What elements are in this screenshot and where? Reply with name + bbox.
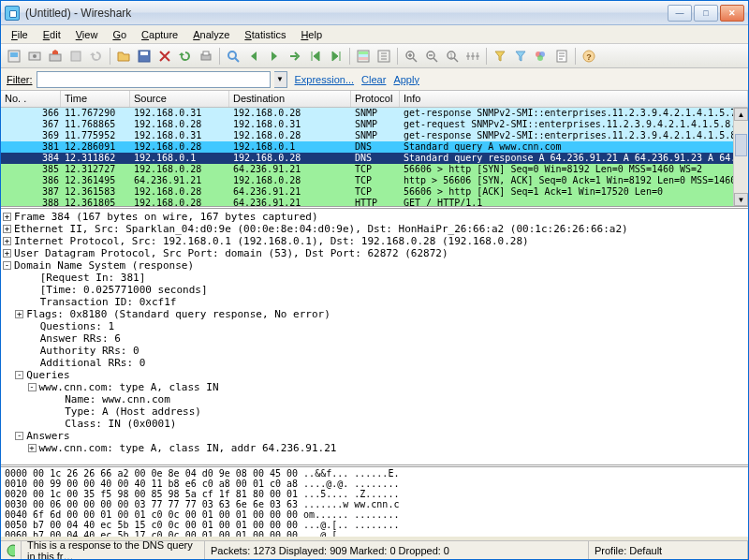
hex-line[interactable]: 0060 b7 00 04 40 ec 5b 17 c0 0c 00 01 00… [5,530,744,537]
detail-line[interactable]: Transaction ID: 0xcf1f [3,296,746,308]
detail-line[interactable]: Authority RRs: 0 [3,345,746,357]
zoom-reset-icon[interactable]: 1 [443,47,462,66]
col-destination[interactable]: Destination [229,91,351,107]
hex-line[interactable]: 0010 00 99 00 00 40 00 40 11 b8 e6 c0 a8… [5,479,744,489]
packet-row[interactable]: 36911.775952192.168.0.31192.168.0.28SNMP… [1,130,748,141]
detail-line[interactable]: Additional RRs: 0 [3,357,746,369]
packet-row[interactable]: 38712.361583192.168.0.2864.236.91.21TCP5… [1,186,748,198]
tree-toggle-icon[interactable]: - [3,261,11,270]
coloring-rules-icon[interactable] [532,47,551,66]
hex-line[interactable]: 0050 b7 00 04 40 ec 5b 15 c0 0c 00 01 00… [5,520,744,530]
stop-capture-icon[interactable] [66,47,85,66]
tree-toggle-icon[interactable]: - [15,371,23,379]
start-capture-icon[interactable] [46,47,65,66]
go-last-icon[interactable] [327,47,345,66]
detail-line[interactable]: +Frame 384 (167 bytes on wire, 167 bytes… [3,211,746,223]
detail-line[interactable]: +www.cnn.com: type A, class IN, addr 64.… [3,442,746,454]
detail-line[interactable]: Questions: 1 [3,320,746,332]
col-info[interactable]: Info [400,91,748,107]
packet-row[interactable]: 38412.311862192.168.0.1192.168.0.28DNSSt… [1,153,748,164]
packet-row[interactable]: 36711.768865192.168.0.28192.168.0.31SNMP… [1,119,748,130]
detail-line[interactable]: [Request In: 381] [3,272,746,284]
tree-toggle-icon[interactable]: + [28,444,37,452]
clear-link[interactable]: Clear [361,74,386,85]
go-back-icon[interactable] [244,47,263,66]
restart-capture-icon[interactable] [87,47,106,66]
reload-icon[interactable] [176,47,195,66]
zoom-out-icon[interactable] [422,47,441,66]
menu-help[interactable]: Help [294,27,329,42]
help-icon[interactable]: ? [580,47,598,66]
menu-go[interactable]: Go [106,27,133,42]
packet-row[interactable]: 38812.361805192.168.0.2864.236.91.21HTTP… [1,198,748,209]
find-icon[interactable] [224,47,242,66]
go-first-icon[interactable] [306,47,325,66]
filter-dropdown[interactable]: ▼ [274,71,287,88]
detail-line[interactable]: Name: www.cnn.com [3,393,746,405]
interfaces-icon[interactable] [5,47,23,66]
go-to-icon[interactable] [286,47,304,66]
tree-toggle-icon[interactable]: + [3,213,11,221]
tree-toggle-icon[interactable]: + [3,225,11,233]
packet-details[interactable]: +Frame 384 (167 bytes on wire, 167 bytes… [1,209,748,467]
hex-dump[interactable]: 0000 00 1c 26 26 66 a2 00 0e 8e 04 d0 9e… [1,467,748,537]
detail-line[interactable]: [Time: 0.025771000 seconds] [3,284,746,296]
detail-line[interactable]: +Flags: 0x8180 (Standard query response,… [3,308,746,320]
auto-scroll-icon[interactable] [374,47,393,66]
preferences-icon[interactable] [552,47,571,66]
detail-line[interactable]: +Internet Protocol, Src: 192.168.0.1 (19… [3,235,746,247]
colorize-icon[interactable] [354,47,373,66]
packet-row[interactable]: 38112.286091192.168.0.28192.168.0.1DNSSt… [1,141,748,153]
tree-toggle-icon[interactable]: - [28,383,37,391]
zoom-in-icon[interactable] [402,47,420,66]
options-icon[interactable] [25,47,44,66]
tree-toggle-icon[interactable]: - [15,432,23,440]
open-icon[interactable] [114,47,133,66]
detail-line[interactable]: -Answers [3,430,746,442]
close-button[interactable]: ✕ [720,5,744,22]
col-time[interactable]: Time [61,91,130,107]
go-forward-icon[interactable] [265,47,284,66]
display-filters-icon[interactable] [511,47,530,66]
save-icon[interactable] [135,47,154,66]
detail-line[interactable]: -Domain Name System (response) [3,259,746,272]
scroll-down-icon[interactable]: ▼ [734,193,748,206]
tree-toggle-icon[interactable]: + [15,310,23,318]
packet-row[interactable]: 38612.36149564.236.91.21192.168.0.28TCPh… [1,175,748,186]
menu-statistics[interactable]: Statistics [238,27,292,42]
menu-view[interactable]: View [69,27,105,42]
col-source[interactable]: Source [130,91,229,107]
packet-row[interactable]: 38512.312727192.168.0.2864.236.91.21TCP5… [1,164,748,175]
packet-row[interactable]: 36611.767290192.168.0.31192.168.0.28SNMP… [1,108,748,119]
apply-link[interactable]: Apply [393,74,419,85]
menu-analyze[interactable]: Analyze [186,27,236,42]
detail-line[interactable]: +Ethernet II, Src: Sparklan_04:d0:9e (00… [3,223,746,235]
hex-line[interactable]: 0000 00 1c 26 26 66 a2 00 0e 8e 04 d0 9e… [5,468,744,479]
tree-toggle-icon[interactable]: + [3,237,11,245]
tree-toggle-icon[interactable]: + [3,249,11,258]
detail-line[interactable]: Class: IN (0x0001) [3,418,746,430]
detail-line[interactable]: Type: A (Host address) [3,405,746,418]
menu-edit[interactable]: Edit [37,27,67,42]
print-icon[interactable] [197,47,215,66]
expression-link[interactable]: Expression... [295,74,355,85]
filter-input[interactable] [37,71,271,88]
close-file-icon[interactable] [155,47,174,66]
hex-line[interactable]: 0020 00 1c 00 35 f5 98 00 85 98 5a cf 1f… [5,489,744,499]
hex-line[interactable]: 0040 6f 6d 00 00 01 00 01 c0 0c 00 01 00… [5,509,744,520]
expert-info-icon[interactable] [1,541,22,559]
resize-columns-icon[interactable] [463,47,482,66]
detail-line[interactable]: -www.cnn.com: type A, class IN [3,381,746,393]
maximize-button[interactable]: □ [694,5,718,22]
minimize-button[interactable]: — [668,5,692,22]
hex-line[interactable]: 0030 00 06 00 00 00 00 03 77 77 77 03 63… [5,499,744,509]
menu-file[interactable]: File [5,27,35,42]
detail-line[interactable]: -Queries [3,369,746,381]
detail-line[interactable]: Answer RRs: 6 [3,332,746,345]
packet-scrollbar[interactable]: ▲ ▼ [733,108,748,206]
scroll-thumb[interactable] [735,134,747,156]
capture-filters-icon[interactable] [491,47,509,66]
col-protocol[interactable]: Protocol [351,91,400,107]
col-no[interactable]: No. . [1,91,61,107]
detail-line[interactable]: +User Datagram Protocol, Src Port: domai… [3,247,746,259]
